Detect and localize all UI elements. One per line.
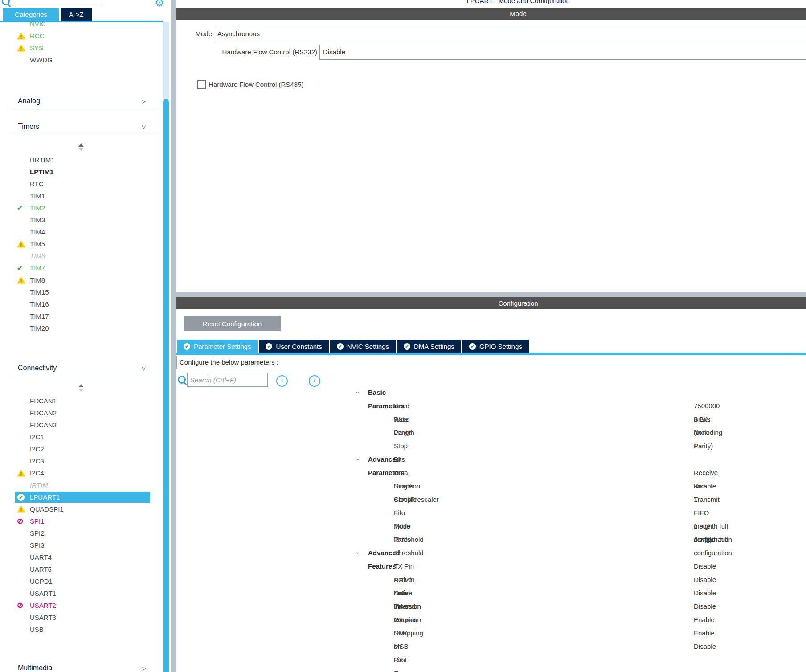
sidebar-item-irtim[interactable]: IRTIM [0,479,163,491]
sidebar-item-label: I2C3 [30,457,44,465]
sidebar-scrollbar-thumb[interactable] [163,99,169,672]
sidebar-item-i2c1[interactable]: I2C1 [0,431,163,443]
search-icon [2,0,10,5]
sidebar-item-i2c4[interactable]: !I2C4 [0,467,163,479]
tab-user-constants[interactable]: ✔User Constants [259,340,328,353]
sidebar-item-spi1[interactable]: ⊘SPI1 [0,515,163,527]
sidebar-item-quadspi1[interactable]: !QUADSPI1 [0,503,163,515]
section-analog[interactable]: Analog [18,97,40,105]
chevron-down-icon: › [352,459,365,461]
sidebar-item-label: UART5 [30,565,52,573]
peripheral-search-input[interactable] [17,0,100,6]
sidebar-item-fdcan1[interactable]: FDCAN1 [0,395,163,407]
parameter-value[interactable]: 1 [694,493,697,506]
hw-flow-control-rs232-combobox[interactable]: Disable [319,45,806,60]
sidebar-item-label: USART1 [30,590,56,597]
hw-flow-control-rs485-label: Hardware Flow Control (RS485) [209,81,303,88]
sidebar-item-lpuart1[interactable]: ✔LPUART1 [0,491,163,503]
configuration-section-title: Configuration [176,297,806,309]
tab-parameter-settings[interactable]: ✔Parameter Settings [177,340,258,353]
search-previous-button[interactable]: ‹ [276,375,288,387]
sidebar-item-tim3[interactable]: TIM3 [0,214,163,226]
sidebar-item-fdcan2[interactable]: FDCAN2 [0,407,163,419]
sidebar-item-tim16[interactable]: TIM16 [0,298,163,310]
parameter-value[interactable]: Enable [694,627,715,640]
parameter-value[interactable]: Disable [694,560,716,573]
sidebar-item-rtc[interactable]: RTC [0,178,163,190]
sidebar-item-usb[interactable]: USB [0,623,163,635]
sidebar-item-label: TIM8 [30,276,45,284]
sidebar-item-nvic[interactable]: NVIC [0,22,163,30]
chevron-right-icon: > [142,98,146,106]
sidebar-item-i2c3[interactable]: I2C3 [0,455,163,467]
sidebar-item-tim20[interactable]: TIM20 [0,322,163,334]
sidebar-item-sys[interactable]: !SYS [0,42,163,54]
divider [9,110,157,110]
tab-categories[interactable]: Categories [3,8,59,21]
sidebar-item-tim6[interactable]: TIM6 [0,250,163,262]
panel-splitter-horizontal[interactable] [171,292,806,297]
sidebar-item-ucpd1[interactable]: UCPD1 [0,575,163,587]
mode-section-title: Mode [176,8,806,20]
sidebar-item-lptim1[interactable]: LPTIM1 [0,166,163,178]
parameter-value[interactable]: 1 eighth full configuration [694,533,732,560]
parameter-value[interactable]: Disable [694,479,716,493]
sidebar-item-label: LPUART1 [30,493,60,501]
sidebar-item-uart4[interactable]: UART4 [0,551,163,563]
sidebar-item-tim15[interactable]: TIM15 [0,286,163,298]
tab-check-icon: ✔ [337,343,344,350]
top-peripheral-list: NVIC!RCC!SYSWWDG [0,22,163,67]
sidebar-item-label: SPI1 [30,517,45,525]
sidebar-item-label: TIM20 [30,324,49,332]
sidebar-item-spi3[interactable]: SPI3 [0,539,163,551]
parameter-value[interactable]: Enable [694,613,715,627]
parameter-value[interactable]: Disable [694,600,716,613]
sort-spinner[interactable] [78,143,85,151]
parameter-value[interactable]: None [694,426,710,439]
sidebar-item-i2c2[interactable]: I2C2 [0,443,163,455]
sidebar-item-tim5[interactable]: !TIM5 [0,238,163,250]
sidebar-item-label: FDCAN1 [30,397,57,405]
section-connectivity[interactable]: Connectivity [18,364,57,372]
tab-dma-settings[interactable]: ✔DMA Settings [397,340,461,353]
section-timers[interactable]: Timers [18,123,39,131]
sidebar-item-wwdg[interactable]: WWDG [0,54,163,66]
tab-label: DMA Settings [414,343,454,350]
reset-configuration-button[interactable]: Reset Configuration [184,316,281,331]
sidebar-item-label: I2C4 [30,469,44,477]
sidebar-item-tim17[interactable]: TIM17 [0,310,163,322]
sidebar-item-tim7[interactable]: ✔TIM7 [0,262,163,274]
sidebar-item-tim4[interactable]: TIM4 [0,226,163,238]
tab-gpio-settings[interactable]: ✔GPIO Settings [462,340,529,353]
sidebar-item-hrtim1[interactable]: HRTIM1 [0,154,163,166]
parameter-value[interactable]: 1 [694,439,697,453]
sort-spinner[interactable] [78,384,85,392]
panel-splitter-vertical[interactable] [171,0,176,672]
sidebar-item-usart1[interactable]: USART1 [0,587,163,599]
tab-label: NVIC Settings [347,343,389,350]
section-multimedia[interactable]: Multimedia [18,664,52,672]
hw-flow-control-rs485-checkbox[interactable] [197,80,206,89]
sidebar-item-rcc[interactable]: !RCC [0,30,163,42]
parameter-value[interactable]: Disable [694,586,716,600]
sidebar-item-tim1[interactable]: TIM1 [0,190,163,202]
sidebar-item-label: TIM5 [30,240,45,248]
sidebar-item-tim2[interactable]: ✔TIM2 [0,202,163,214]
parameters-caption: Configure the below parameters : [176,356,806,369]
search-next-button[interactable]: › [309,375,320,387]
parameter-search-input[interactable] [187,373,268,387]
parameter-value[interactable]: Disable [694,573,716,586]
sidebar-item-uart5[interactable]: UART5 [0,563,163,575]
gear-icon[interactable]: ⚙ [155,0,164,8]
tab-a-to-z[interactable]: A->Z [61,8,92,21]
tab-label: GPIO Settings [479,343,522,350]
parameter-value[interactable]: Disable [694,640,716,653]
tab-nvic-settings[interactable]: ✔NVIC Settings [330,340,396,353]
sidebar-item-usart3[interactable]: USART3 [0,611,163,623]
sidebar-item-spi2[interactable]: SPI2 [0,527,163,539]
mode-combobox[interactable]: Asynchronous [214,27,806,41]
sidebar-item-usart2[interactable]: ⊘USART2 [0,599,163,611]
sidebar-item-tim8[interactable]: !TIM8 [0,274,163,286]
chevron-down-icon: > [142,365,146,373]
sidebar-item-fdcan3[interactable]: FDCAN3 [0,419,163,431]
